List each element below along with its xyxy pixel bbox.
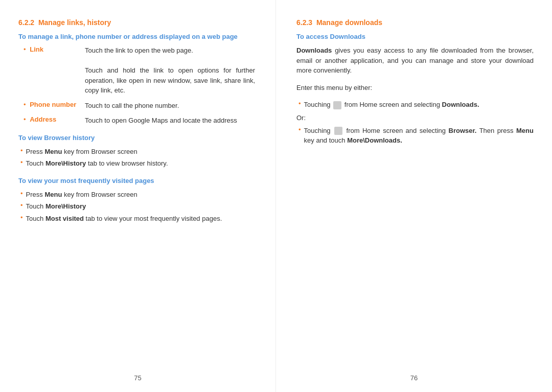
view-history-heading: To view Browser history — [18, 134, 255, 142]
touching-1-text: Touching from Home screen and selecting … — [304, 100, 479, 110]
link-label-text: Link — [30, 45, 43, 53]
history-item-1: • Press Menu key from Browser screen — [18, 147, 255, 157]
history-text-1: Press Menu key from Browser screen — [26, 147, 137, 157]
touching-1-bullet: • — [298, 100, 301, 107]
page-left: 6.2.2 Manage links, history To manage a … — [0, 0, 276, 392]
touching-1-icon — [333, 101, 341, 109]
frequently-item-2: • Touch More\History — [18, 201, 255, 212]
history-bullet-2: • — [20, 158, 23, 166]
link-label: • Link — [18, 45, 85, 53]
frequently-bullet-2: • — [20, 201, 23, 209]
link-desc: Touch the link to open the web page. Tou… — [85, 45, 255, 96]
link-bullet: • — [24, 45, 26, 53]
phone-label-text: Phone number — [30, 101, 76, 108]
frequently-bullet-1: • — [20, 190, 23, 197]
touching-2-text: Touching from Home screen and selecting … — [304, 126, 534, 146]
downloads-intro: Downloads gives you easy access to any f… — [296, 45, 534, 76]
address-desc: Touch to open Google Maps and locate the… — [85, 116, 255, 126]
frequently-text-2: Touch More\History — [26, 201, 86, 212]
left-intro-heading: To manage a link, phone number or addres… — [18, 33, 255, 40]
right-page-number: 76 — [410, 374, 418, 382]
view-history-block: To view Browser history • Press Menu key… — [18, 134, 255, 169]
address-item-row: • Address Touch to open Google Maps and … — [18, 116, 255, 126]
left-section-heading: 6.2.2 Manage links, history — [18, 18, 255, 27]
left-page-number: 75 — [134, 374, 141, 382]
touching-1-item: • Touching from Home screen and selectin… — [296, 100, 534, 110]
frequently-heading: To view your most frequently visited pag… — [18, 177, 255, 185]
touching-2-icon — [334, 127, 342, 135]
access-downloads-heading: To access Downloads — [296, 33, 534, 40]
or-text: Or: — [296, 114, 534, 122]
phone-bullet: • — [24, 101, 26, 108]
frequently-bullet-3: • — [20, 214, 23, 221]
history-text-2: Touch More\History tab to view browser h… — [26, 158, 168, 169]
touching-2-bullet: • — [298, 126, 301, 133]
frequently-text-1: Press Menu key from Browser screen — [26, 190, 137, 200]
enter-menu-text: Enter this menu by either: — [296, 83, 534, 93]
phone-label: • Phone number — [18, 101, 85, 108]
frequently-visited-block: To view your most frequently visited pag… — [18, 177, 255, 224]
link-item-row: • Link Touch the link to open the web pa… — [18, 45, 255, 96]
frequently-item-1: • Press Menu key from Browser screen — [18, 190, 255, 200]
address-bullet: • — [24, 116, 26, 123]
right-section-heading: 6.2.3 Manage downloads — [296, 18, 534, 27]
history-item-2: • Touch More\History tab to view browser… — [18, 158, 255, 169]
frequently-text-3: Touch Most visited tab to view your most… — [26, 214, 222, 224]
phone-desc: Touch to call the phone number. — [85, 101, 255, 111]
history-bullet-1: • — [20, 147, 23, 154]
address-label: • Address — [18, 116, 85, 123]
phone-item-row: • Phone number Touch to call the phone n… — [18, 101, 255, 111]
touching-2-item: • Touching from Home screen and selectin… — [296, 126, 534, 146]
address-label-text: Address — [30, 116, 56, 123]
page-right: 6.2.3 Manage downloads To access Downloa… — [276, 0, 552, 392]
frequently-item-3: • Touch Most visited tab to view your mo… — [18, 214, 255, 224]
